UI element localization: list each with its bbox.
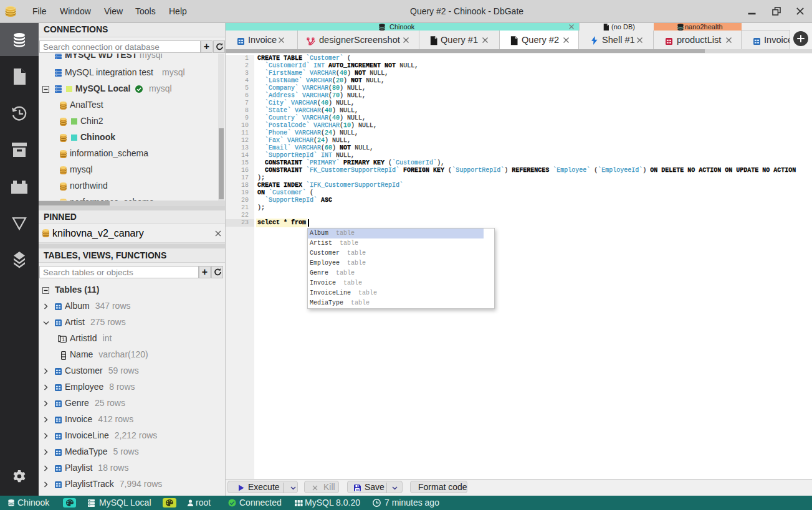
svg-text:1: 1	[62, 336, 65, 342]
